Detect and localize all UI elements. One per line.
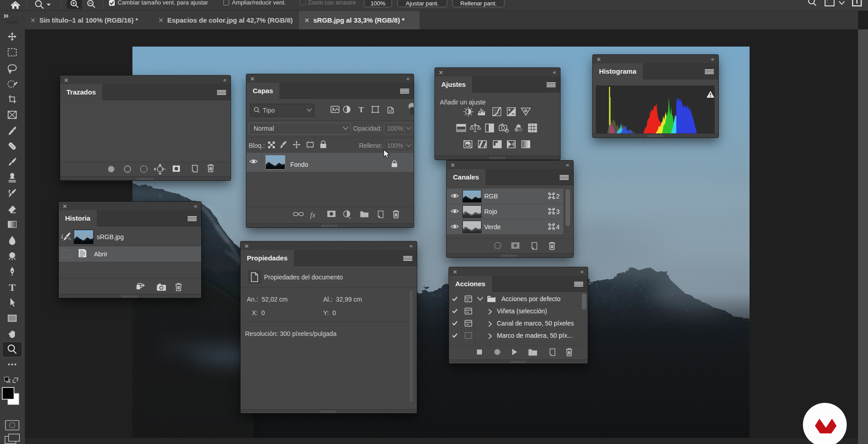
svg-text:T: T	[9, 282, 16, 293]
svg-text:T: T	[359, 105, 364, 114]
svg-text:100%: 100%	[387, 125, 403, 132]
svg-text:An.: 52,02 cm: An.: 52,02 cm	[247, 296, 288, 303]
svg-text:Añadir un ajuste: Añadir un ajuste	[440, 99, 486, 106]
svg-text:100%: 100%	[387, 142, 403, 149]
svg-text:4: 4	[556, 223, 560, 231]
svg-text:Al.: 32,99 cm: Al.: 32,99 cm	[323, 296, 362, 303]
svg-text:X: 0: X: 0	[252, 309, 265, 316]
svg-text:Y: 0: Y: 0	[323, 309, 336, 316]
svg-text:2: 2	[556, 193, 560, 200]
svg-text:Normal: Normal	[254, 125, 274, 132]
svg-text:Verde: Verde	[484, 223, 501, 231]
svg-text:Rojo: Rojo	[484, 208, 497, 215]
svg-text:Opacidad:: Opacidad:	[353, 125, 382, 132]
svg-text:Viñeta (selección): Viñeta (selección)	[497, 307, 547, 315]
svg-text:Acciones por defecto: Acciones por defecto	[501, 295, 561, 302]
svg-text:3: 3	[556, 208, 560, 215]
svg-text:Canal de marco, 50 píxeles: Canal de marco, 50 píxeles	[497, 320, 574, 327]
svg-text:Fondo: Fondo	[290, 161, 308, 168]
svg-text:Propiedades del documento: Propiedades del documento	[264, 274, 343, 281]
svg-text:Tipo: Tipo	[263, 107, 275, 114]
svg-text:Abrir: Abrir	[94, 250, 108, 258]
svg-text:Relleno:: Relleno:	[359, 142, 382, 149]
svg-text:Resolución: 300 píxeles/pulgad: Resolución: 300 píxeles/pulgada	[245, 330, 337, 337]
svg-text:Marco de madera, 50 píx...: Marco de madera, 50 píx...	[497, 332, 572, 339]
svg-text:fx: fx	[310, 211, 316, 219]
svg-text:sRGB.jpg: sRGB.jpg	[97, 233, 124, 241]
svg-text:RGB: RGB	[484, 193, 498, 200]
svg-text:Bloq.:: Bloq.:	[249, 142, 265, 149]
